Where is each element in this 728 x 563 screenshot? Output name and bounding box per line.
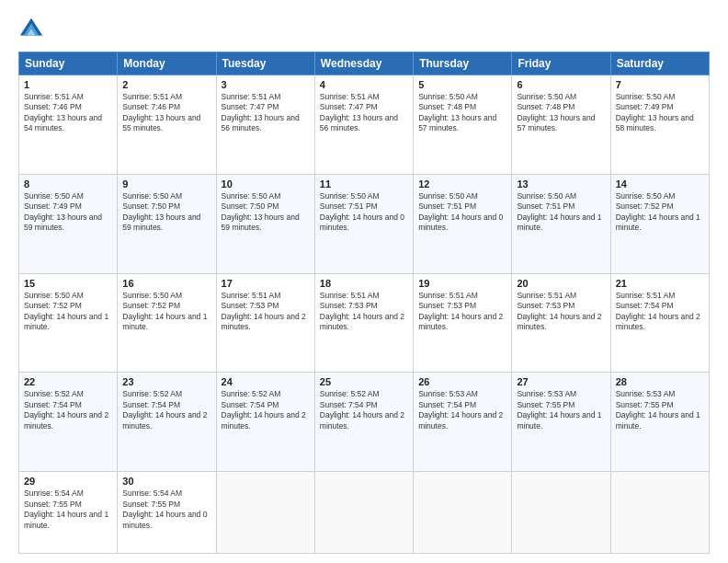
calendar-cell: 1Sunrise: 5:51 AMSunset: 7:46 PMDaylight… (19, 75, 118, 175)
day-detail: Sunrise: 5:52 AMSunset: 7:54 PMDaylight:… (222, 389, 306, 430)
day-number: 25 (320, 376, 408, 387)
day-detail: Sunrise: 5:53 AMSunset: 7:55 PMDaylight:… (616, 389, 700, 430)
day-number: 12 (418, 178, 506, 190)
calendar-cell: 6Sunrise: 5:50 AMSunset: 7:48 PMDaylight… (512, 75, 610, 175)
day-number: 8 (24, 178, 112, 190)
calendar-week-4: 22Sunrise: 5:52 AMSunset: 7:54 PMDayligh… (19, 373, 710, 472)
calendar-cell: 16Sunrise: 5:50 AMSunset: 7:52 PMDayligh… (118, 273, 216, 373)
calendar-cell: 12Sunrise: 5:50 AMSunset: 7:51 PMDayligh… (414, 174, 512, 273)
day-detail: Sunrise: 5:52 AMSunset: 7:54 PMDaylight:… (122, 389, 207, 430)
calendar-cell: 19Sunrise: 5:51 AMSunset: 7:53 PMDayligh… (414, 273, 512, 373)
day-detail: Sunrise: 5:50 AMSunset: 7:52 PMDaylight:… (24, 291, 108, 331)
calendar-cell (610, 472, 709, 554)
weekday-header-sunday: Sunday (19, 52, 118, 75)
calendar-cell: 14Sunrise: 5:50 AMSunset: 7:52 PMDayligh… (610, 174, 709, 273)
day-detail: Sunrise: 5:54 AMSunset: 7:55 PMDaylight:… (24, 488, 108, 529)
day-number: 9 (122, 178, 210, 190)
day-number: 15 (24, 278, 112, 289)
day-number: 3 (222, 79, 310, 90)
day-number: 27 (517, 376, 605, 387)
day-detail: Sunrise: 5:50 AMSunset: 7:50 PMDaylight:… (222, 191, 300, 232)
day-detail: Sunrise: 5:51 AMSunset: 7:53 PMDaylight:… (418, 291, 503, 331)
day-detail: Sunrise: 5:50 AMSunset: 7:49 PMDaylight:… (24, 191, 102, 232)
day-number: 11 (320, 178, 408, 190)
day-detail: Sunrise: 5:54 AMSunset: 7:55 PMDaylight:… (122, 488, 207, 529)
day-number: 29 (24, 476, 112, 487)
day-detail: Sunrise: 5:52 AMSunset: 7:54 PMDaylight:… (24, 389, 108, 430)
weekday-header-wednesday: Wednesday (314, 52, 413, 75)
day-number: 18 (320, 278, 408, 289)
calendar-cell: 20Sunrise: 5:51 AMSunset: 7:53 PMDayligh… (512, 273, 610, 373)
calendar-week-3: 15Sunrise: 5:50 AMSunset: 7:52 PMDayligh… (19, 273, 710, 373)
calendar-cell: 4Sunrise: 5:51 AMSunset: 7:47 PMDaylight… (314, 75, 413, 175)
day-detail: Sunrise: 5:50 AMSunset: 7:51 PMDaylight:… (517, 191, 601, 232)
calendar-cell: 13Sunrise: 5:50 AMSunset: 7:51 PMDayligh… (512, 174, 610, 273)
calendar-cell: 28Sunrise: 5:53 AMSunset: 7:55 PMDayligh… (610, 373, 709, 472)
calendar-header: SundayMondayTuesdayWednesdayThursdayFrid… (19, 52, 710, 75)
day-number: 26 (418, 376, 506, 387)
day-number: 2 (122, 79, 210, 90)
day-number: 21 (616, 278, 704, 289)
day-detail: Sunrise: 5:53 AMSunset: 7:55 PMDaylight:… (517, 389, 601, 430)
day-number: 16 (122, 278, 210, 289)
calendar-cell: 9Sunrise: 5:50 AMSunset: 7:50 PMDaylight… (118, 174, 216, 273)
day-detail: Sunrise: 5:53 AMSunset: 7:54 PMDaylight:… (418, 389, 503, 430)
day-number: 19 (418, 278, 506, 289)
calendar-cell: 10Sunrise: 5:50 AMSunset: 7:50 PMDayligh… (216, 174, 314, 273)
day-number: 22 (24, 376, 112, 387)
calendar-cell (216, 472, 314, 554)
calendar-cell: 15Sunrise: 5:50 AMSunset: 7:52 PMDayligh… (19, 273, 118, 373)
calendar-cell: 11Sunrise: 5:50 AMSunset: 7:51 PMDayligh… (314, 174, 413, 273)
calendar-cell: 5Sunrise: 5:50 AMSunset: 7:48 PMDaylight… (414, 75, 512, 175)
day-detail: Sunrise: 5:51 AMSunset: 7:53 PMDaylight:… (222, 291, 306, 331)
day-number: 24 (222, 376, 310, 387)
day-number: 30 (122, 476, 210, 487)
calendar-cell (314, 472, 413, 554)
day-number: 4 (320, 79, 408, 90)
calendar-cell: 8Sunrise: 5:50 AMSunset: 7:49 PMDaylight… (19, 174, 118, 273)
day-number: 14 (616, 178, 704, 190)
calendar-cell: 26Sunrise: 5:53 AMSunset: 7:54 PMDayligh… (414, 373, 512, 472)
day-number: 13 (517, 178, 605, 190)
day-detail: Sunrise: 5:51 AMSunset: 7:53 PMDaylight:… (320, 291, 404, 331)
logo (18, 17, 50, 42)
calendar-table: SundayMondayTuesdayWednesdayThursdayFrid… (18, 52, 710, 554)
weekday-header-monday: Monday (118, 52, 216, 75)
day-number: 5 (418, 79, 506, 90)
calendar-cell: 29Sunrise: 5:54 AMSunset: 7:55 PMDayligh… (19, 472, 118, 554)
weekday-header-friday: Friday (512, 52, 610, 75)
calendar-cell: 27Sunrise: 5:53 AMSunset: 7:55 PMDayligh… (512, 373, 610, 472)
day-number: 7 (616, 79, 704, 90)
calendar-cell: 24Sunrise: 5:52 AMSunset: 7:54 PMDayligh… (216, 373, 314, 472)
day-detail: Sunrise: 5:52 AMSunset: 7:54 PMDaylight:… (320, 389, 404, 430)
calendar-week-1: 1Sunrise: 5:51 AMSunset: 7:46 PMDaylight… (19, 75, 710, 175)
day-number: 1 (24, 79, 112, 90)
day-detail: Sunrise: 5:51 AMSunset: 7:53 PMDaylight:… (517, 291, 601, 331)
calendar-cell: 21Sunrise: 5:51 AMSunset: 7:54 PMDayligh… (610, 273, 709, 373)
day-detail: Sunrise: 5:51 AMSunset: 7:47 PMDaylight:… (320, 92, 398, 132)
day-number: 23 (122, 376, 210, 387)
calendar-cell: 17Sunrise: 5:51 AMSunset: 7:53 PMDayligh… (216, 273, 314, 373)
header (18, 17, 710, 42)
weekday-header-thursday: Thursday (414, 52, 512, 75)
logo-icon (18, 17, 44, 42)
day-detail: Sunrise: 5:50 AMSunset: 7:52 PMDaylight:… (616, 191, 700, 232)
day-detail: Sunrise: 5:50 AMSunset: 7:48 PMDaylight:… (418, 92, 496, 132)
calendar-cell: 25Sunrise: 5:52 AMSunset: 7:54 PMDayligh… (314, 373, 413, 472)
weekday-header-saturday: Saturday (610, 52, 709, 75)
day-detail: Sunrise: 5:51 AMSunset: 7:46 PMDaylight:… (122, 92, 200, 132)
calendar-cell: 7Sunrise: 5:50 AMSunset: 7:49 PMDaylight… (610, 75, 709, 175)
weekday-header-tuesday: Tuesday (216, 52, 314, 75)
calendar-cell: 2Sunrise: 5:51 AMSunset: 7:46 PMDaylight… (118, 75, 216, 175)
calendar-cell (512, 472, 610, 554)
calendar-page: SundayMondayTuesdayWednesdayThursdayFrid… (0, 0, 728, 563)
day-detail: Sunrise: 5:51 AMSunset: 7:47 PMDaylight:… (222, 92, 300, 132)
calendar-cell: 22Sunrise: 5:52 AMSunset: 7:54 PMDayligh… (19, 373, 118, 472)
day-detail: Sunrise: 5:51 AMSunset: 7:46 PMDaylight:… (24, 92, 102, 132)
calendar-cell: 30Sunrise: 5:54 AMSunset: 7:55 PMDayligh… (118, 472, 216, 554)
calendar-week-2: 8Sunrise: 5:50 AMSunset: 7:49 PMDaylight… (19, 174, 710, 273)
day-detail: Sunrise: 5:50 AMSunset: 7:52 PMDaylight:… (122, 291, 207, 331)
day-detail: Sunrise: 5:50 AMSunset: 7:51 PMDaylight:… (418, 191, 503, 232)
day-detail: Sunrise: 5:50 AMSunset: 7:48 PMDaylight:… (517, 92, 595, 132)
calendar-week-5: 29Sunrise: 5:54 AMSunset: 7:55 PMDayligh… (19, 472, 710, 554)
